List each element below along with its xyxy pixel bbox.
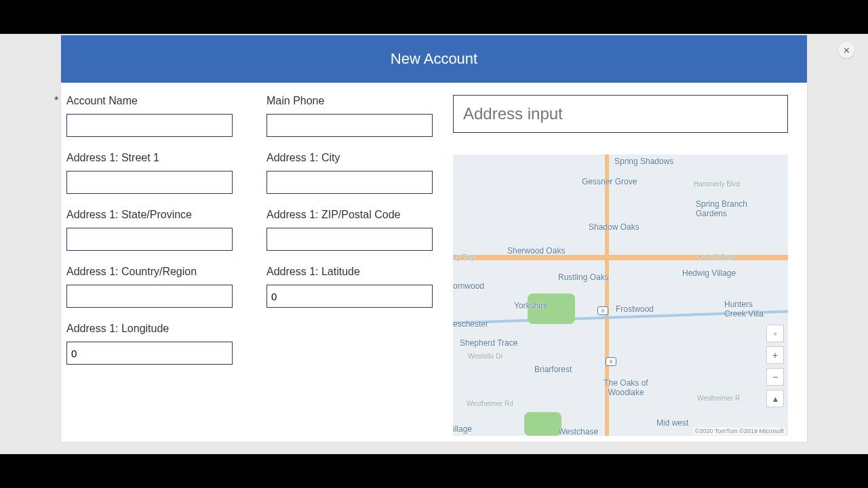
- map-road-label: Westella Dr: [468, 352, 503, 360]
- map-label: Mid west: [656, 418, 688, 428]
- route-shield-icon: 8: [597, 306, 608, 315]
- field-latitude: Address 1: Latitude: [267, 266, 433, 308]
- label-zip: Address 1: ZIP/Postal Code: [267, 209, 433, 221]
- label-account-name: Account Name: [66, 95, 233, 107]
- right-pane: Spring Shadows Gessner Grove Spring Bran…: [453, 95, 788, 436]
- label-state: Address 1: State/Province: [66, 209, 233, 221]
- field-country: Address 1: Country/Region: [66, 266, 233, 308]
- input-account-name[interactable]: [66, 114, 233, 137]
- letterbox-bottom: [0, 454, 868, 488]
- label-country: Address 1: Country/Region: [66, 266, 233, 278]
- input-country[interactable]: [66, 285, 233, 308]
- dialog-header: New Account: [61, 35, 807, 83]
- map-label: The Oaks of Woodlake: [599, 378, 653, 397]
- field-main-phone: Main Phone: [267, 95, 433, 137]
- locate-icon: ◦: [774, 328, 777, 339]
- close-icon: ✕: [843, 45, 850, 56]
- map-canvas[interactable]: Spring Shadows Gessner Grove Spring Bran…: [453, 155, 788, 436]
- map-label: Frostwood: [616, 304, 654, 314]
- input-city[interactable]: [267, 171, 433, 194]
- map-road-label: Hammerly Blvd: [694, 180, 740, 188]
- field-city: Address 1: City: [267, 152, 433, 194]
- input-longitude[interactable]: [66, 342, 233, 365]
- map-label: ornwood: [453, 281, 484, 291]
- route-shield-icon: 8: [606, 357, 616, 366]
- minus-icon: −: [772, 371, 778, 382]
- letterbox-top: [0, 0, 868, 34]
- map-locate-button[interactable]: ◦: [766, 325, 784, 342]
- map-label: Spring Shadows: [614, 157, 673, 166]
- plus-icon: +: [772, 350, 778, 361]
- map-label: Hunters Creek Villa: [724, 300, 772, 319]
- form-col-left: * Account Name Address 1: Street 1 Addre…: [66, 95, 233, 436]
- map-label: Yorkshire: [514, 301, 548, 310]
- map-label: Hedwig Village: [682, 268, 736, 278]
- label-city: Address 1: City: [267, 152, 433, 164]
- input-state[interactable]: [66, 228, 233, 251]
- map-label: Briarforest: [534, 365, 572, 374]
- map-label: illage: [453, 424, 472, 434]
- input-latitude[interactable]: [267, 285, 433, 308]
- map-label: Shadow Oaks: [589, 222, 639, 232]
- label-latitude: Address 1: Latitude: [267, 266, 433, 278]
- map-road-label: tty Fwy: [453, 253, 475, 261]
- map-tilt-button[interactable]: ▴: [766, 390, 784, 407]
- required-star: *: [54, 95, 58, 107]
- label-street1: Address 1: Street 1: [66, 152, 233, 164]
- map-road-label: Westheimer R: [697, 394, 740, 402]
- map-park-2: [524, 412, 561, 436]
- tilt-icon: ▴: [773, 393, 778, 404]
- label-longitude: Address 1: Longitude: [66, 323, 233, 335]
- form-columns: * Account Name Address 1: Street 1 Addre…: [66, 95, 433, 436]
- map-label: Gessner Grove: [582, 177, 637, 186]
- map-label: Sherwood Oaks: [507, 246, 565, 256]
- address-search-input[interactable]: [453, 95, 788, 133]
- form-col-right: Main Phone Address 1: City Address 1: ZI…: [267, 95, 433, 436]
- map-road-label: Katy Tollway: [698, 253, 736, 261]
- new-account-dialog: New Account * Account Name Address 1: St…: [61, 35, 807, 442]
- map-label: Shepherd Trace: [460, 338, 517, 348]
- map-label: Westchase: [558, 427, 598, 436]
- map-zoom-out-button[interactable]: −: [766, 368, 784, 386]
- map-road-label: Westheimer Rd: [467, 400, 513, 407]
- label-main-phone: Main Phone: [267, 95, 433, 107]
- map-label: Spring Branch Gardens: [696, 199, 757, 218]
- input-zip[interactable]: [267, 228, 433, 251]
- field-zip: Address 1: ZIP/Postal Code: [267, 209, 433, 251]
- map-label: eschester: [453, 319, 488, 329]
- field-street1: Address 1: Street 1: [66, 152, 233, 194]
- field-account-name: * Account Name: [66, 95, 233, 137]
- map-label: Rustling Oaks: [558, 272, 609, 282]
- map-attribution: ©2020 TomTom ©2019 Microsoft: [694, 428, 785, 434]
- dialog-body: * Account Name Address 1: Street 1 Addre…: [61, 83, 807, 436]
- input-main-phone[interactable]: [267, 114, 433, 137]
- field-state: Address 1: State/Province: [66, 209, 233, 251]
- map-zoom-in-button[interactable]: +: [766, 346, 784, 364]
- dialog-title: New Account: [391, 50, 477, 68]
- field-longitude: Address 1: Longitude: [66, 323, 233, 365]
- close-button[interactable]: ✕: [838, 42, 854, 58]
- map-road-katy: [453, 255, 788, 260]
- input-street1[interactable]: [66, 171, 233, 194]
